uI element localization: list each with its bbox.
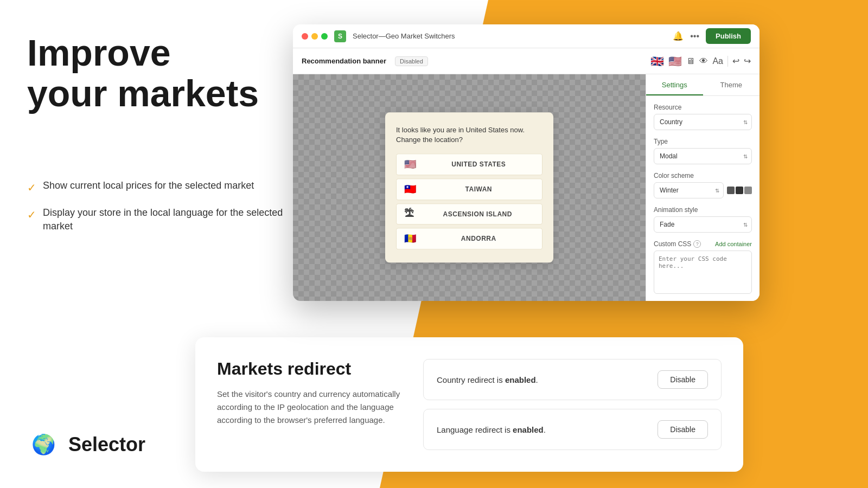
flag-ad: 🇦🇩 <box>404 233 417 245</box>
toolbar-flags: 🇬🇧 🇺🇸 🖥 👁 Aa ↩ ↪ <box>650 55 751 68</box>
check-icon-1: ✓ <box>27 180 36 195</box>
bottom-card-right: Country redirect is enabled. Disable Lan… <box>423 359 722 450</box>
toolbar-divider <box>727 56 728 67</box>
css-textarea[interactable] <box>654 251 752 294</box>
tab-settings[interactable]: Settings <box>646 74 703 95</box>
language-disable-button[interactable]: Disable <box>658 420 708 439</box>
bottom-card: Markets redirect Set the visitor's count… <box>195 337 743 472</box>
flag-us-icon[interactable]: 🇺🇸 <box>668 55 682 68</box>
panel-body: Resource Country ⇅ Type Modal <box>646 96 760 301</box>
panel-tabs: Settings Theme <box>646 74 760 96</box>
feature-item-2: ✓ Display your store in the local langua… <box>27 206 298 233</box>
title-actions: 🔔 ••• Publish <box>673 28 751 44</box>
resource-select[interactable]: Country <box>654 114 752 130</box>
custom-css-header: Custom CSS ? Add container <box>654 240 752 248</box>
animation-select-wrapper: Fade ⇅ <box>654 216 752 233</box>
country-name-ac: ASCENSION ISLAND <box>421 210 535 218</box>
language-redirect-text: Language redirect is enabled. <box>437 425 546 434</box>
color-scheme-row: Winter ⇅ <box>654 182 752 198</box>
app-icon: S <box>334 30 346 42</box>
country-disable-button[interactable]: Disable <box>658 370 708 389</box>
swatch-darker <box>736 187 743 194</box>
country-item-us[interactable]: 🇺🇸 UNITED STATES <box>396 154 542 176</box>
close-button[interactable] <box>302 33 308 40</box>
color-scheme-select-wrapper: Winter ⇅ <box>654 182 724 198</box>
type-select-wrapper: Modal ⇅ <box>654 148 752 164</box>
toolbar-badge: Disabled <box>395 56 428 66</box>
country-name-us: UNITED STATES <box>423 161 535 169</box>
resource-field: Resource Country ⇅ <box>654 104 752 130</box>
country-item-ac[interactable]: 🏝 ASCENSION ISLAND <box>396 204 542 225</box>
feature-item-1: ✓ Show current local prices for the sele… <box>27 179 298 195</box>
brand-name: Selector <box>68 433 145 456</box>
color-scheme-select[interactable]: Winter <box>654 182 724 198</box>
flag-uk-icon[interactable]: 🇬🇧 <box>650 55 664 68</box>
publish-button[interactable]: Publish <box>706 28 751 44</box>
desktop-icon[interactable]: 🖥 <box>686 56 695 66</box>
type-field: Type Modal ⇅ <box>654 138 752 164</box>
type-select[interactable]: Modal <box>654 148 752 164</box>
color-scheme-field: Color scheme Winter ⇅ <box>654 172 752 198</box>
color-scheme-label: Color scheme <box>654 172 752 179</box>
country-item-ad[interactable]: 🇦🇩 ANDORRA <box>396 228 542 250</box>
undo-icon[interactable]: ↩ <box>732 56 739 66</box>
country-name-ad: ANDORRA <box>423 235 535 243</box>
help-icon[interactable]: ? <box>693 240 701 248</box>
bottom-card-left: Markets redirect Set the visitor's count… <box>217 359 401 450</box>
maximize-button[interactable] <box>321 33 328 40</box>
font-icon[interactable]: Aa <box>712 56 723 66</box>
feature-list: ✓ Show current local prices for the sele… <box>27 179 298 233</box>
redo-icon[interactable]: ↪ <box>744 56 751 66</box>
flag-ac: 🏝 <box>404 209 414 220</box>
animation-label: Animation style <box>654 206 752 214</box>
bell-icon[interactable]: 🔔 <box>673 31 684 41</box>
custom-css-field: Custom CSS ? Add container <box>654 240 752 296</box>
app-window: S Selector—Geo Market Switchers 🔔 ••• Pu… <box>293 24 760 301</box>
country-name-tw: TAIWAN <box>423 186 535 194</box>
preview-icon[interactable]: 👁 <box>699 56 708 66</box>
resource-select-wrapper: Country ⇅ <box>654 114 752 130</box>
resource-label: Resource <box>654 104 752 111</box>
tab-theme[interactable]: Theme <box>703 74 760 95</box>
canvas-area: It looks like you are in United States n… <box>293 74 646 301</box>
color-swatches <box>727 187 752 194</box>
country-redirect-text: Country redirect is enabled. <box>437 375 538 384</box>
add-container-link[interactable]: Add container <box>715 241 752 247</box>
window-titlebar: S Selector—Geo Market Switchers 🔔 ••• Pu… <box>293 24 760 48</box>
more-options-icon[interactable]: ••• <box>690 31 699 41</box>
window-content: It looks like you are in United States n… <box>293 74 760 301</box>
animation-select[interactable]: Fade <box>654 216 752 233</box>
minimize-button[interactable] <box>311 33 318 40</box>
animation-field: Animation style Fade ⇅ <box>654 206 752 233</box>
app-title: Selector—Geo Market Switchers <box>353 32 666 40</box>
country-redirect-row: Country redirect is enabled. Disable <box>423 359 722 400</box>
brand-logo: 🌍 <box>27 428 60 461</box>
modal-message: It looks like you are in United States n… <box>396 125 542 145</box>
country-item-tw[interactable]: 🇹🇼 TAIWAN <box>396 179 542 201</box>
toolbar-label: Recommendation banner <box>302 57 386 65</box>
right-panel: Settings Theme Resource Country ⇅ Typ <box>646 74 760 301</box>
window-toolbar: Recommendation banner Disabled 🇬🇧 🇺🇸 🖥 👁… <box>293 48 760 74</box>
type-label: Type <box>654 138 752 145</box>
window-controls <box>302 33 328 40</box>
modal-popup: It looks like you are in United States n… <box>385 112 553 262</box>
hero-title: Improve your markets <box>27 33 298 114</box>
swatch-medium <box>744 187 752 194</box>
swatch-dark <box>727 187 735 194</box>
brand-footer: 🌍 Selector <box>27 428 145 461</box>
flag-tw: 🇹🇼 <box>404 184 417 196</box>
flag-us: 🇺🇸 <box>404 159 417 171</box>
custom-css-label: Custom CSS ? <box>654 240 701 248</box>
check-icon-2: ✓ <box>27 207 36 222</box>
bottom-card-title: Markets redirect <box>217 359 401 379</box>
language-redirect-row: Language redirect is enabled. Disable <box>423 409 722 450</box>
country-list: 🇺🇸 UNITED STATES 🇹🇼 TAIWAN 🏝 ASCENSION I… <box>396 154 542 250</box>
bottom-card-description: Set the visitor's country and currency a… <box>217 388 401 427</box>
